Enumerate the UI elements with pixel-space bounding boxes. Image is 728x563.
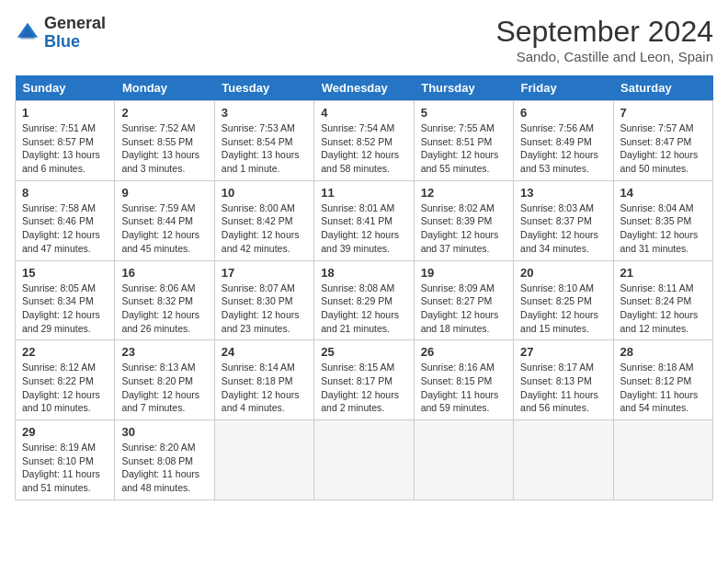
table-row: 2Sunrise: 7:52 AMSunset: 8:55 PMDaylight…: [115, 101, 214, 181]
table-row: [613, 420, 712, 500]
table-row: 7Sunrise: 7:57 AMSunset: 8:47 PMDaylight…: [613, 101, 712, 181]
table-row: 25Sunrise: 8:15 AMSunset: 8:17 PMDayligh…: [314, 340, 414, 420]
table-row: 3Sunrise: 7:53 AMSunset: 8:54 PMDaylight…: [214, 101, 313, 181]
month-year-title: September 2024: [495, 15, 713, 49]
table-row: 29Sunrise: 8:19 AMSunset: 8:10 PMDayligh…: [16, 420, 115, 500]
table-row: 6Sunrise: 7:56 AMSunset: 8:49 PMDaylight…: [514, 101, 613, 181]
table-row: 30Sunrise: 8:20 AMSunset: 8:08 PMDayligh…: [115, 420, 214, 500]
col-monday: Monday: [115, 75, 214, 101]
logo-icon: [15, 20, 40, 46]
table-row: 15Sunrise: 8:05 AMSunset: 8:34 PMDayligh…: [16, 260, 115, 340]
table-row: 16Sunrise: 8:06 AMSunset: 8:32 PMDayligh…: [115, 260, 214, 340]
logo-text: General Blue: [44, 15, 106, 52]
table-row: 10Sunrise: 8:00 AMSunset: 8:42 PMDayligh…: [214, 180, 313, 260]
logo: General Blue: [15, 15, 106, 52]
table-row: 22Sunrise: 8:12 AMSunset: 8:22 PMDayligh…: [16, 340, 115, 420]
week-row-4: 22Sunrise: 8:12 AMSunset: 8:22 PMDayligh…: [16, 340, 713, 420]
table-row: 23Sunrise: 8:13 AMSunset: 8:20 PMDayligh…: [115, 340, 214, 420]
table-row: 14Sunrise: 8:04 AMSunset: 8:35 PMDayligh…: [613, 180, 712, 260]
table-row: 17Sunrise: 8:07 AMSunset: 8:30 PMDayligh…: [214, 260, 313, 340]
calendar-table: Sunday Monday Tuesday Wednesday Thursday…: [15, 75, 713, 500]
table-row: 19Sunrise: 8:09 AMSunset: 8:27 PMDayligh…: [414, 260, 513, 340]
table-row: [514, 420, 613, 500]
week-row-1: 1Sunrise: 7:51 AMSunset: 8:57 PMDaylight…: [16, 101, 713, 181]
location-subtitle: Sando, Castille and Leon, Spain: [495, 49, 713, 64]
table-row: 26Sunrise: 8:16 AMSunset: 8:15 PMDayligh…: [414, 340, 513, 420]
table-row: [314, 420, 414, 500]
header-row: Sunday Monday Tuesday Wednesday Thursday…: [16, 75, 713, 101]
table-row: 9Sunrise: 7:59 AMSunset: 8:44 PMDaylight…: [115, 180, 214, 260]
table-row: 12Sunrise: 8:02 AMSunset: 8:39 PMDayligh…: [414, 180, 513, 260]
table-row: 28Sunrise: 8:18 AMSunset: 8:12 PMDayligh…: [613, 340, 712, 420]
col-saturday: Saturday: [613, 75, 712, 101]
col-thursday: Thursday: [414, 75, 513, 101]
table-row: 4Sunrise: 7:54 AMSunset: 8:52 PMDaylight…: [314, 101, 414, 181]
col-friday: Friday: [514, 75, 613, 101]
table-row: 11Sunrise: 8:01 AMSunset: 8:41 PMDayligh…: [314, 180, 414, 260]
week-row-2: 8Sunrise: 7:58 AMSunset: 8:46 PMDaylight…: [16, 180, 713, 260]
table-row: 18Sunrise: 8:08 AMSunset: 8:29 PMDayligh…: [314, 260, 414, 340]
table-row: 27Sunrise: 8:17 AMSunset: 8:13 PMDayligh…: [514, 340, 613, 420]
col-wednesday: Wednesday: [314, 75, 414, 101]
table-row: 21Sunrise: 8:11 AMSunset: 8:24 PMDayligh…: [613, 260, 712, 340]
table-row: 24Sunrise: 8:14 AMSunset: 8:18 PMDayligh…: [214, 340, 313, 420]
table-row: 13Sunrise: 8:03 AMSunset: 8:37 PMDayligh…: [514, 180, 613, 260]
week-row-5: 29Sunrise: 8:19 AMSunset: 8:10 PMDayligh…: [16, 420, 713, 500]
table-row: 1Sunrise: 7:51 AMSunset: 8:57 PMDaylight…: [16, 101, 115, 181]
col-sunday: Sunday: [16, 75, 115, 101]
title-block: September 2024 Sando, Castille and Leon,…: [495, 15, 713, 64]
week-row-3: 15Sunrise: 8:05 AMSunset: 8:34 PMDayligh…: [16, 260, 713, 340]
table-row: 5Sunrise: 7:55 AMSunset: 8:51 PMDaylight…: [414, 101, 513, 181]
table-row: 20Sunrise: 8:10 AMSunset: 8:25 PMDayligh…: [514, 260, 613, 340]
col-tuesday: Tuesday: [214, 75, 313, 101]
table-row: 8Sunrise: 7:58 AMSunset: 8:46 PMDaylight…: [16, 180, 115, 260]
page-header: General Blue September 2024 Sando, Casti…: [15, 15, 713, 64]
table-row: [414, 420, 513, 500]
table-row: [214, 420, 313, 500]
